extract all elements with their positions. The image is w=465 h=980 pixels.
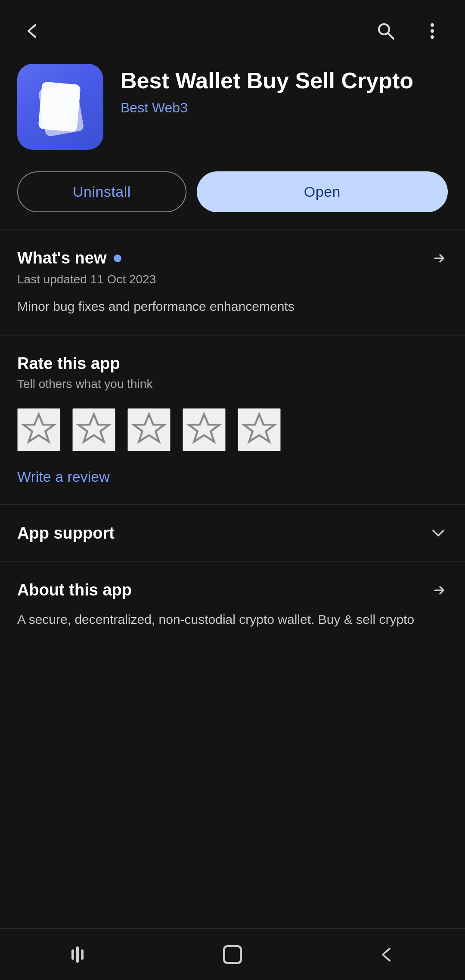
top-bar-left (17, 16, 48, 47)
top-bar-right (370, 16, 448, 47)
uninstall-button[interactable]: Uninstall (17, 171, 186, 212)
home-icon (223, 945, 242, 964)
bottom-nav-bar (0, 928, 465, 980)
about-app-arrow-button[interactable] (431, 582, 448, 599)
star-2-button[interactable] (72, 408, 115, 451)
whats-new-header: What's new (17, 249, 448, 267)
whats-new-title-row: What's new (17, 249, 121, 267)
about-app-content: A secure, decentralized, non-custodial c… (17, 610, 448, 630)
app-title: Best Wallet Buy Sell Crypto (121, 68, 413, 94)
about-app-title: About this app (17, 581, 132, 599)
rate-app-title: Rate this app (17, 354, 448, 373)
more-options-button[interactable] (417, 16, 448, 47)
star-3-button[interactable] (127, 408, 170, 451)
svg-point-3 (431, 29, 434, 33)
star-5-button[interactable] (238, 408, 281, 451)
star-1-button[interactable] (17, 408, 60, 451)
recents-icon (71, 946, 84, 963)
home-nav-button[interactable] (207, 937, 258, 972)
about-app-header: About this app (17, 581, 448, 599)
svg-point-2 (431, 23, 434, 27)
whats-new-content: Minor bug fixes and performance enhancem… (17, 297, 448, 316)
app-header: Best Wallet Buy Sell Crypto Best Web3 (0, 55, 465, 163)
action-buttons: Uninstall Open (0, 163, 465, 229)
recents-nav-button[interactable] (52, 937, 103, 972)
back-nav-icon (377, 945, 398, 964)
app-support-title: App support (17, 524, 115, 543)
open-button[interactable]: Open (197, 171, 448, 212)
back-nav-button[interactable] (362, 937, 413, 972)
svg-line-1 (388, 33, 394, 39)
app-icon (17, 64, 103, 150)
new-indicator-dot (114, 254, 121, 262)
whats-new-date: Last updated 11 Oct 2023 (17, 273, 448, 286)
back-button[interactable] (17, 16, 48, 47)
whats-new-arrow-button[interactable] (431, 250, 448, 267)
star-4-button[interactable] (183, 408, 226, 451)
app-developer[interactable]: Best Web3 (121, 100, 413, 116)
app-support-section[interactable]: App support (0, 505, 465, 562)
about-app-section: About this app A secure, decentralized, … (0, 562, 465, 643)
whats-new-title: What's new (17, 249, 107, 267)
svg-point-4 (431, 35, 434, 39)
app-support-chevron-icon (429, 524, 448, 543)
rate-app-subtitle: Tell others what you think (17, 377, 448, 391)
top-bar (0, 0, 465, 55)
whats-new-section: What's new Last updated 11 Oct 2023 Mino… (0, 230, 465, 335)
search-button[interactable] (370, 16, 401, 47)
write-review-button[interactable]: Write a review (17, 468, 110, 485)
app-title-section: Best Wallet Buy Sell Crypto Best Web3 (121, 64, 413, 116)
stars-row (17, 408, 448, 451)
rate-app-section: Rate this app Tell others what you think (0, 335, 465, 505)
